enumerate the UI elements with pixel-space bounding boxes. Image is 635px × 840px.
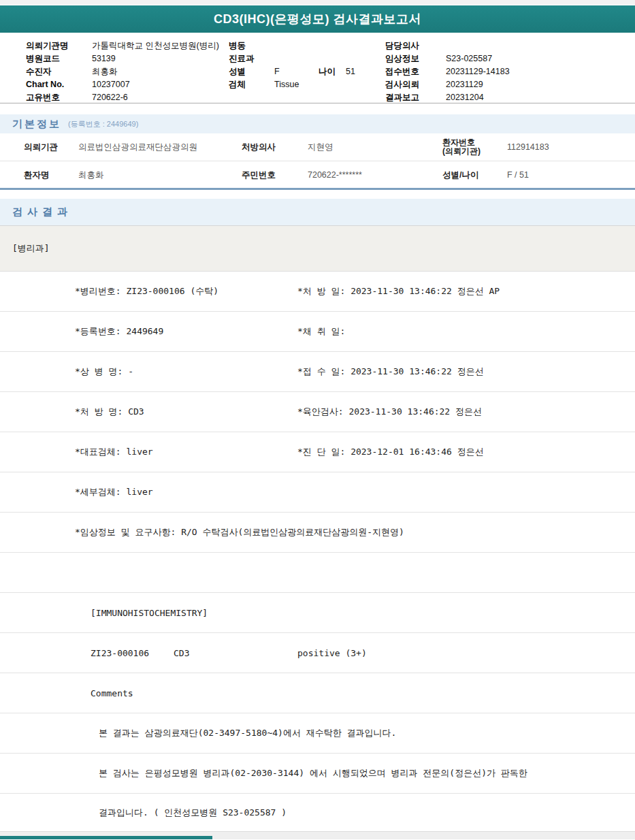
field-value: 가톨릭대학교 인천성모병원(병리) — [92, 39, 219, 51]
specimen-number: ZI23-000106 — [91, 648, 149, 658]
field-label: 검사의뢰 — [385, 78, 419, 90]
field-value: Tissue — [274, 80, 299, 89]
field-label: 진료과 — [229, 52, 255, 64]
department-band: [병리과] — [0, 226, 635, 272]
immunohistochemistry-heading: [IMMUNOHISTOCHEMISTRY] — [91, 608, 208, 618]
result-row: *세부검체: liver — [0, 472, 635, 513]
field-label: 검체 — [229, 78, 246, 90]
result-right: *진 단 일: 2023-12-01 16:43:46 정은선 — [297, 446, 484, 458]
registration-number: (등록번호 : 2449649) — [68, 119, 138, 129]
result-row-empty — [0, 553, 635, 593]
field-value: 20231129-14183 — [446, 67, 510, 76]
field-value: F / 51 — [507, 170, 529, 180]
field-label: 성별/나이 — [442, 169, 478, 180]
table-row: 환자명 최홍화 주민번호 720622-******* 성별/나이 F / 51 — [0, 161, 635, 188]
field-value: 최홍화 — [78, 169, 104, 180]
result-row: *병리번호: ZI23-000106 (수탁) *처 방 일: 2023-11-… — [0, 272, 635, 312]
field-value: 720622-6 — [92, 93, 128, 102]
comment-line: 본 결과는 삼광의료재단(02-3497-5180~4)에서 재수탁한 결과입니… — [99, 727, 396, 739]
patient-header-row: 의뢰기관명 가톨릭대학교 인천성모병원(병리) 병동 담당의사 — [0, 39, 635, 52]
field-label: 의뢰기관 — [24, 142, 58, 153]
department-label: [병리과] — [12, 242, 50, 255]
field-label: 수진자 — [26, 65, 52, 77]
field-value: 720622-******* — [308, 170, 362, 180]
patient-header-row: 수진자 최홍화 성별 F 나이 51 접수번호 20231129-14183 — [0, 65, 635, 78]
result-row: *처 방 명: CD3 *육안검사: 2023-11-30 13:46:22 정… — [0, 392, 635, 432]
result-row: *등록번호: 2449649 *채 취 일: — [0, 312, 635, 352]
basic-info-section-header: 기본정보 (등록번호 : 2449649) — [0, 114, 635, 133]
field-value: F — [274, 67, 280, 76]
test-results-title: 검사결과 — [12, 206, 72, 219]
result-right: *육안검사: 2023-11-30 13:46:22 정은선 — [297, 406, 482, 418]
field-value: 51 — [346, 67, 355, 76]
table-row: 의뢰기관 의료법인삼광의료재단삼광의원 처방의사 지현영 환자번호 (의뢰기관)… — [0, 133, 635, 161]
report-title: CD3(IHC)(은평성모) 검사결과보고서 — [214, 12, 421, 26]
field-value: 53139 — [92, 54, 116, 63]
field-value: 10237007 — [92, 80, 130, 89]
comment-line: 결과입니다. ( 인천성모병원 S23-025587 ) — [99, 807, 287, 819]
field-label: 임상정보 — [385, 52, 419, 64]
result-right: *채 취 일: — [297, 325, 345, 338]
top-strip — [0, 0, 635, 5]
field-value: 20231129 — [446, 80, 483, 89]
result-row: 본 검사는 은평성모병원 병리과(02-2030-3144) 에서 시행되었으며… — [0, 754, 635, 794]
result-row: *임상정보 및 요구사항: R/O 수탁검사(의료법인삼광의료재단삼광의원-지현… — [0, 513, 635, 553]
test-results-section-header: 검사결과 — [0, 199, 635, 226]
patient-header-block: 의뢰기관명 가톨릭대학교 인천성모병원(병리) 병동 담당의사 병원코드 531… — [0, 33, 635, 103]
result-row: 결과입니다. ( 인천성모병원 S23-025587 ) — [0, 794, 635, 831]
field-value: 의료법인삼광의료재단삼광의원 — [78, 142, 197, 153]
field-label: 의뢰기관명 — [26, 39, 69, 51]
patient-header-row: Chart No. 10237007 검체 Tissue 검사의뢰 202311… — [0, 78, 635, 91]
field-label: 병원코드 — [26, 52, 60, 64]
comments-heading: Comments — [91, 688, 133, 698]
field-label: 병동 — [229, 39, 246, 51]
result-row: 본 결과는 삼광의료재단(02-3497-5180~4)에서 재수탁한 결과입니… — [0, 713, 635, 754]
footer-band — [0, 831, 635, 839]
basic-info-table: 의뢰기관 의료법인삼광의료재단삼광의원 처방의사 지현영 환자번호 (의뢰기관)… — [0, 133, 635, 190]
result-row: *상 병 명: - *접 수 일: 2023-11-30 13:46:22 정은… — [0, 352, 635, 392]
stain-name: CD3 — [174, 648, 189, 658]
field-value: 20231204 — [446, 93, 484, 102]
result-left: *처 방 명: CD3 — [75, 406, 144, 418]
report-title-banner: CD3(IHC)(은평성모) 검사결과보고서 — [0, 5, 635, 33]
field-label: 성별 — [229, 65, 246, 77]
patient-header-row: 고유번호 720622-6 결과보고 20231204 — [0, 91, 635, 103]
result-left: *임상정보 및 요구사항: R/O 수탁검사(의료법인삼광의료재단삼광의원-지현… — [75, 526, 404, 538]
result-left: *대표검체: liver — [75, 446, 153, 458]
field-label: 결과보고 — [385, 91, 419, 103]
field-label: Chart No. — [26, 80, 64, 89]
result-left: *병리번호: ZI23-000106 (수탁) — [75, 285, 218, 297]
basic-info-title: 기본정보 — [12, 118, 61, 131]
result-row: Comments — [0, 673, 635, 713]
field-label-line2: (의뢰기관) — [442, 147, 481, 156]
field-value: 최홍화 — [92, 65, 118, 77]
field-label: 담당의사 — [385, 39, 419, 51]
field-value: S23-025587 — [446, 54, 492, 63]
result-row: [IMMUNOHISTOCHEMISTRY] — [0, 593, 635, 633]
result-row: *대표검체: liver *진 단 일: 2023-12-01 16:43:46… — [0, 432, 635, 472]
comment-line: 본 검사는 은평성모병원 병리과(02-2030-3144) 에서 시행되었으며… — [99, 767, 527, 779]
field-label: 환자명 — [24, 169, 50, 180]
field-label: 처방의사 — [242, 142, 276, 153]
field-label: 나이 — [319, 65, 336, 77]
field-label: 환자번호 (의뢰기관) — [442, 138, 481, 156]
field-value: 112914183 — [507, 142, 549, 152]
report-page: CD3(IHC)(은평성모) 검사결과보고서 의뢰기관명 가톨릭대학교 인천성모… — [0, 0, 635, 840]
result-right: *처 방 일: 2023-11-30 13:46:22 정은선 AP — [297, 285, 500, 297]
field-label: 고유번호 — [26, 91, 60, 103]
field-label: 접수번호 — [385, 65, 419, 77]
footer-teal-bar — [0, 836, 212, 839]
result-row: ZI23-000106 CD3 positive (3+) — [0, 633, 635, 673]
stain-result: positive (3+) — [297, 648, 367, 658]
result-left: *상 병 명: - — [75, 366, 133, 378]
result-right: *접 수 일: 2023-11-30 13:46:22 정은선 — [297, 366, 484, 378]
result-left: *세부검체: liver — [75, 486, 153, 498]
field-label: 주민번호 — [242, 169, 276, 180]
result-left: *등록번호: 2449649 — [75, 325, 163, 338]
field-value: 지현영 — [308, 142, 333, 153]
patient-header-row: 병원코드 53139 진료과 임상정보 S23-025587 — [0, 52, 635, 65]
